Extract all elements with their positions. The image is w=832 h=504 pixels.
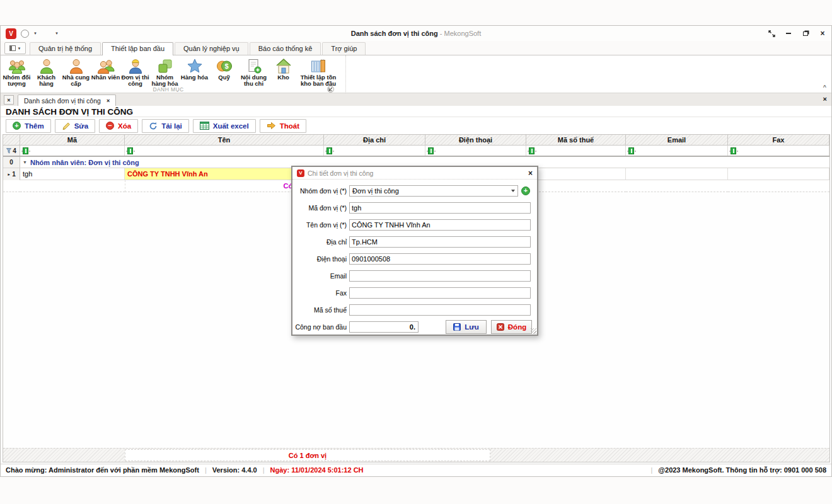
column-header-fax[interactable]: Fax: [728, 135, 829, 146]
filter-edit-icon: [628, 147, 634, 154]
phone-input[interactable]: [349, 253, 531, 265]
chevron-down-icon[interactable]: ▼: [33, 32, 37, 35]
star-icon: [187, 57, 203, 74]
document-tab-strip: × Danh sách đơn vị thi công × ×: [1, 93, 831, 106]
strip-close-icon[interactable]: ×: [823, 95, 827, 103]
column-header-dien-thoai[interactable]: Điện thoại: [425, 135, 526, 146]
add-button-label: Thêm: [25, 122, 44, 130]
cell-fax[interactable]: [728, 168, 829, 180]
column-header-email[interactable]: Email: [626, 135, 728, 146]
ribbon-group-danh-muc: Nhóm đối tượng Khách hàng: [1, 55, 346, 93]
delete-button[interactable]: − Xóa: [99, 119, 138, 133]
dialog-resize-grip[interactable]: [531, 328, 536, 334]
save-button-label: Lưu: [465, 323, 478, 331]
tab-thiet-lap-ban-dau[interactable]: Thiết lập ban đầu: [102, 42, 173, 55]
export-excel-button[interactable]: Xuất excel: [193, 119, 256, 133]
column-header-ten[interactable]: Tên: [125, 135, 324, 146]
unit-group-combobox[interactable]: Đơn vị thi công: [349, 185, 518, 197]
ribbon-item-noi-dung-thu-chi[interactable]: Nội dung thu chi: [239, 57, 269, 87]
tab-bao-cao-thong-ke[interactable]: Báo cáo thống kê: [250, 42, 321, 55]
status-date: Ngày: 11/01/2024 5:01:12 CH: [270, 466, 364, 474]
column-header-dia-chi[interactable]: Địa chỉ: [324, 135, 425, 146]
column-header-ma[interactable]: Mã: [20, 135, 125, 146]
filter-cell-dia-chi[interactable]: [324, 146, 425, 156]
group-collapse-icon[interactable]: ▼: [23, 160, 27, 164]
edit-button-label: Sửa: [74, 122, 88, 130]
ribbon-item-thiet-lap-ton-kho[interactable]: Thiết lập tồn kho ban đầu: [298, 57, 338, 87]
restore-icon[interactable]: [802, 30, 809, 37]
unit-name-input[interactable]: [349, 219, 531, 231]
dialog-titlebar[interactable]: V Chi tiết đơn vị thi công ×: [292, 167, 537, 180]
cell-email[interactable]: [626, 168, 728, 180]
filter-cell-ma[interactable]: [20, 146, 125, 156]
address-input[interactable]: [349, 236, 531, 248]
filter-cell-email[interactable]: [626, 146, 728, 156]
combobox-dropdown-icon[interactable]: [508, 190, 517, 192]
ribbon-item-don-vi-thi-cong[interactable]: Đơn vị thi công: [120, 57, 150, 87]
email-input[interactable]: [349, 270, 531, 282]
column-header-ma-so-thue[interactable]: Mã số thuế: [526, 135, 626, 146]
refresh-icon: [149, 122, 158, 130]
add-group-icon[interactable]: +: [521, 186, 530, 195]
ribbon-item-nhom-doi-tuong[interactable]: Nhóm đối tượng: [2, 57, 32, 87]
minimize-icon[interactable]: [785, 30, 792, 37]
tab-quan-tri-he-thong[interactable]: Quản trị hệ thống: [30, 42, 101, 55]
layout-switch-button[interactable]: ▼: [4, 42, 26, 54]
tab-quan-ly-nghiep-vu[interactable]: Quản lý nghiệp vụ: [175, 42, 248, 55]
close-icon[interactable]: ×: [819, 30, 826, 37]
status-separator: |: [205, 466, 207, 474]
opening-balance-input[interactable]: [349, 321, 419, 333]
group-dialog-launcher-icon[interactable]: [327, 86, 334, 93]
ribbon-item-hang-hoa[interactable]: Hàng hóa: [180, 57, 209, 81]
dialog-logo-icon: V: [297, 169, 304, 177]
field-label: Nhóm đơn vị (*): [296, 187, 347, 195]
add-button[interactable]: + Thêm: [6, 119, 51, 133]
filter-indicator-number: 4: [13, 147, 16, 154]
ribbon-item-nhom-hang-hoa[interactable]: Nhóm hàng hóa: [150, 57, 180, 87]
tab-tro-giup[interactable]: Trợ giúp: [322, 42, 366, 55]
field-row-ma-don-vi: Mã đơn vị (*): [296, 202, 532, 214]
combobox-value: Đơn vị thi công: [352, 187, 399, 195]
filter-cell-ten[interactable]: [125, 146, 324, 156]
reload-button[interactable]: Tải lại: [142, 119, 189, 133]
ribbon-item-quy[interactable]: $ Quỹ: [209, 57, 239, 81]
document-plus-icon: [246, 57, 262, 74]
fax-input[interactable]: [349, 287, 531, 299]
field-label: Fax: [296, 289, 347, 297]
funnel-icon: [6, 148, 11, 154]
coins-icon: $: [216, 57, 233, 74]
tax-code-input[interactable]: [349, 304, 531, 316]
warehouse-icon: [275, 57, 292, 74]
cell-ma-so-thue[interactable]: [526, 168, 626, 180]
quick-access-circle-button[interactable]: [21, 30, 29, 38]
document-tab-active[interactable]: Danh sách đơn vị thi công ×: [18, 94, 116, 106]
exit-button[interactable]: Thoát: [260, 119, 306, 133]
grid-header-row: Mã Tên Địa chỉ Điện thoại Mã số thuế Ema…: [3, 135, 829, 146]
filter-cell-dien-thoai[interactable]: [425, 146, 526, 156]
cell-ma[interactable]: tgh: [20, 168, 125, 180]
ribbon-item-khach-hang[interactable]: Khách hàng: [32, 57, 61, 87]
edit-button[interactable]: Sửa: [55, 119, 95, 133]
product-group-icon: [157, 57, 173, 74]
unit-code-input[interactable]: [349, 202, 531, 214]
chevron-down-icon: ▼: [18, 47, 21, 50]
qat-customize-dropdown-icon[interactable]: ▼: [55, 32, 59, 35]
status-separator: |: [650, 466, 652, 474]
filter-edit-icon: [428, 147, 434, 154]
filter-cell-fax[interactable]: [728, 146, 829, 156]
close-button[interactable]: Đóng: [491, 320, 532, 334]
filter-cell-ma-so-thue[interactable]: [526, 146, 626, 156]
field-label: Địa chỉ: [296, 238, 347, 246]
ribbon-item-nha-cung-cap[interactable]: Nhà cung cấp: [61, 57, 91, 87]
app-logo-icon: V: [6, 28, 16, 39]
fullscreen-icon[interactable]: [768, 30, 775, 37]
save-button[interactable]: Lưu: [446, 320, 487, 334]
plus-icon: +: [13, 122, 21, 130]
ribbon-item-label: Đơn vị thi công: [120, 74, 150, 87]
ribbon-item-kho[interactable]: Kho: [269, 57, 298, 81]
tab-close-icon[interactable]: ×: [107, 98, 110, 104]
close-all-tabs-button[interactable]: ×: [4, 95, 14, 105]
ribbon-collapse-icon[interactable]: ^: [823, 84, 826, 90]
dialog-close-icon[interactable]: ×: [528, 169, 533, 178]
ribbon-item-nhan-vien[interactable]: Nhân viên: [91, 57, 120, 81]
